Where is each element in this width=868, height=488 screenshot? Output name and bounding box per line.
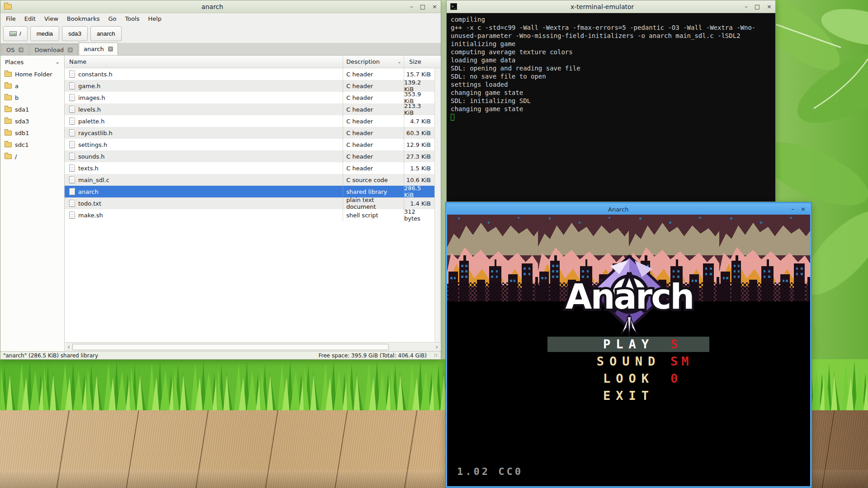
tab[interactable]: OS ×: [1, 44, 28, 55]
game-menu-item[interactable]: PLAY S: [447, 338, 810, 351]
sidebar-item[interactable]: sda3: [0, 115, 64, 127]
places-header[interactable]: Places ⌄: [0, 56, 64, 68]
file-size: 353.9 KiB: [404, 92, 434, 103]
file-row[interactable]: game.h C header 139.2 KiB: [65, 80, 434, 92]
file-name: constants.h: [78, 71, 113, 78]
tab[interactable]: Download ×: [29, 44, 78, 55]
file-size: 60.3 KiB: [404, 127, 434, 139]
sidebar-item[interactable]: /: [0, 150, 64, 162]
file-name: main_sdl.c: [78, 177, 109, 183]
file-row[interactable]: constants.h C header 15.7 KiB: [65, 68, 434, 80]
file-manager-window: anarch – □ × FileEditViewBookmarksGoTool…: [0, 0, 441, 360]
file-size: 12.9 KiB: [404, 139, 434, 150]
game-menu-item[interactable]: EXIT: [447, 389, 810, 403]
minimize-button[interactable]: –: [745, 4, 748, 10]
column-header-size[interactable]: Size: [404, 56, 441, 68]
sidebar-item[interactable]: b: [0, 92, 64, 103]
folder-icon: [5, 142, 12, 147]
scroll-right-arrow[interactable]: ›: [433, 343, 440, 350]
tab-close-icon[interactable]: ×: [19, 47, 24, 52]
game-menu-item[interactable]: SOUND SM: [447, 355, 810, 368]
file-description: plain text document: [343, 197, 404, 209]
fm-content: Places ⌄ Home Folder a: [0, 56, 441, 351]
menu-item[interactable]: Go: [108, 15, 116, 22]
menu-item[interactable]: Bookmarks: [67, 15, 100, 22]
file-row[interactable]: texts.h C header 1.5 KiB: [65, 162, 434, 174]
file-size: 10.6 KiB: [404, 174, 434, 186]
toolbar-root-button[interactable]: /: [3, 26, 28, 41]
chevron-down-icon[interactable]: ⌄: [55, 59, 60, 65]
file-row[interactable]: sounds.h C header 27.3 KiB: [65, 150, 434, 162]
toolbar-location-buttons: mediasda3anarch: [30, 26, 122, 41]
file-name-cell: palette.h: [65, 117, 343, 125]
tab-label: Download: [34, 47, 64, 53]
file-name-cell: main_sdl.c: [65, 176, 343, 183]
file-description: C source code: [343, 174, 404, 186]
menu-item[interactable]: View: [44, 15, 58, 22]
document-icon: [69, 141, 75, 148]
document-icon: [69, 176, 75, 183]
file-row[interactable]: levels.h C header 213.3 KiB: [65, 103, 434, 115]
folder-icon: [5, 154, 12, 159]
menu-item[interactable]: Edit: [24, 15, 36, 22]
file-description: C header: [343, 68, 404, 80]
minimize-button[interactable]: –: [410, 4, 413, 10]
minimize-button[interactable]: –: [792, 206, 795, 212]
file-description: C header: [343, 115, 404, 127]
tab-close-icon[interactable]: ×: [68, 47, 73, 52]
folder-icon: [5, 119, 12, 124]
file-description: C header: [343, 80, 404, 92]
fm-tabbar: OS × Download × anarch ×: [0, 43, 441, 56]
scroll-left-arrow[interactable]: ‹: [65, 343, 72, 350]
file-row[interactable]: settings.h C header 12.9 KiB: [65, 139, 434, 150]
toolbar-location-button[interactable]: sda3: [62, 26, 88, 41]
tab[interactable]: anarch ×: [79, 42, 118, 55]
file-row[interactable]: main_sdl.c C source code 10.6 KiB: [65, 174, 434, 186]
file-row[interactable]: todo.txt plain text document 1.4 KiB: [65, 197, 434, 209]
folder-icon: [5, 107, 12, 112]
file-size: 286.5 KiB: [404, 186, 434, 197]
close-button[interactable]: ×: [767, 4, 772, 10]
sidebar-item[interactable]: a: [0, 80, 64, 92]
terminal-titlebar[interactable]: >_ x-terminal-emulator – □ ×: [447, 0, 775, 13]
sidebar-item[interactable]: sdb1: [0, 127, 64, 139]
menu-item[interactable]: File: [6, 15, 16, 22]
terminal-line: computing average texture colors: [451, 48, 771, 56]
game-window: Anarch – ×: [446, 202, 811, 488]
sidebar-item[interactable]: Home Folder: [0, 68, 64, 80]
file-row[interactable]: make.sh shell script 312 bytes: [65, 209, 434, 221]
close-button[interactable]: ×: [801, 206, 806, 212]
file-row[interactable]: images.h C header 353.9 KiB: [65, 92, 434, 103]
tab-close-icon[interactable]: ×: [108, 47, 113, 52]
document-icon: [69, 106, 75, 113]
toolbar-location-button[interactable]: anarch: [90, 26, 122, 41]
fm-file-list: Name Description ⌄ Size constants.h: [65, 56, 441, 351]
fm-titlebar[interactable]: anarch – □ ×: [0, 0, 441, 13]
toolbar-location-button[interactable]: media: [30, 26, 59, 41]
scrollbar-thumb[interactable]: [72, 344, 389, 350]
horizontal-scrollbar[interactable]: ‹ ›: [65, 342, 440, 351]
file-row[interactable]: palette.h C header 4.7 KiB: [65, 115, 434, 127]
vertical-scrollbar[interactable]: [434, 68, 441, 342]
file-row[interactable]: anarch shared library 286.5 KiB: [65, 186, 434, 197]
column-header-description[interactable]: Description ⌄: [343, 56, 404, 68]
game-menu-value: SM: [670, 355, 693, 368]
game-titlebar[interactable]: Anarch – ×: [447, 204, 810, 215]
maximize-button[interactable]: □: [420, 4, 425, 10]
sidebar-item[interactable]: sda1: [0, 103, 64, 115]
column-header-name[interactable]: Name: [65, 56, 343, 68]
game-menu-item[interactable]: LOOK 0: [447, 372, 810, 385]
game-screen[interactable]: Anarch PLAY S SOUND SM LOOK: [447, 215, 810, 486]
menu-item[interactable]: Help: [148, 15, 162, 22]
file-row[interactable]: raycastlib.h C header 60.3 KiB: [65, 127, 434, 139]
menu-item[interactable]: Tools: [125, 15, 139, 22]
resize-grip[interactable]: [434, 353, 438, 357]
terminal-output[interactable]: compilingg++ -x c -std=c99 -Wall -Wextra…: [447, 13, 775, 202]
terminal-window: >_ x-terminal-emulator – □ × compilingg+…: [446, 0, 776, 202]
document-icon: [69, 153, 75, 160]
maximize-button[interactable]: □: [755, 4, 760, 10]
sidebar-item[interactable]: sdc1: [0, 139, 64, 150]
close-button[interactable]: ×: [432, 4, 437, 10]
file-size: 312 bytes: [404, 209, 434, 221]
file-name: texts.h: [78, 165, 99, 172]
